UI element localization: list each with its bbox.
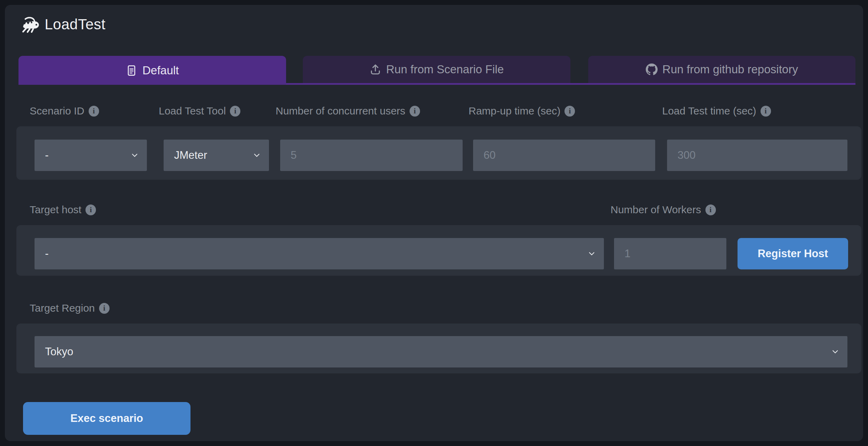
- scenario-id-select[interactable]: -: [35, 140, 147, 171]
- tab-run-from-scenario-file[interactable]: Run from Scenario File: [303, 56, 570, 83]
- target-region-select[interactable]: Tokyo: [35, 336, 847, 367]
- info-icon[interactable]: i: [410, 106, 420, 117]
- info-icon[interactable]: i: [230, 106, 240, 117]
- tab-default[interactable]: Default: [18, 56, 286, 85]
- upload-icon: [369, 64, 381, 75]
- target-region-label: Target Region i: [30, 302, 110, 314]
- github-icon: [646, 64, 658, 75]
- target-host-label-text: Target host: [30, 204, 81, 216]
- scenario-id-label-text: Scenario ID: [30, 105, 84, 117]
- workers-label: Number of Workers i: [611, 204, 716, 216]
- workers-label-text: Number of Workers: [611, 204, 701, 216]
- register-host-button[interactable]: Register Host: [738, 238, 848, 269]
- tab-run-from-github[interactable]: Run from github repository: [588, 56, 855, 83]
- tab-default-label: Default: [142, 64, 179, 77]
- file-document-icon: [126, 65, 137, 76]
- info-icon[interactable]: i: [89, 106, 99, 117]
- exec-scenario-button[interactable]: Exec scenario: [23, 402, 190, 435]
- scenario-id-value: -: [45, 149, 48, 162]
- ramp-up-time-input[interactable]: [473, 140, 655, 171]
- tab-bar: Default Run from Scenario File Run from …: [18, 56, 855, 85]
- app-title: LoadTest: [45, 16, 105, 33]
- tab-scenario-file-label: Run from Scenario File: [386, 63, 504, 76]
- app-brand: LoadTest: [20, 15, 105, 34]
- chevron-down-icon: [130, 151, 139, 160]
- info-icon[interactable]: i: [99, 303, 110, 314]
- info-icon[interactable]: i: [705, 205, 716, 215]
- load-test-tool-label: Load Test Tool i: [159, 105, 240, 117]
- concurrent-users-input[interactable]: [280, 140, 463, 171]
- load-test-tool-label-text: Load Test Tool: [159, 105, 226, 117]
- target-host-label: Target host i: [30, 204, 96, 216]
- tab-github-label: Run from github repository: [663, 63, 798, 76]
- target-host-value: -: [45, 247, 48, 260]
- target-region-value: Tokyo: [45, 345, 73, 358]
- ramp-up-time-label: Ramp-up time (sec) i: [469, 105, 575, 117]
- load-test-tool-select[interactable]: JMeter: [164, 140, 269, 171]
- info-icon[interactable]: i: [564, 106, 575, 117]
- workers-input[interactable]: [614, 238, 726, 269]
- load-test-time-label-text: Load Test time (sec): [662, 105, 756, 117]
- info-icon[interactable]: i: [761, 106, 771, 117]
- chevron-down-icon: [831, 347, 840, 356]
- target-region-label-text: Target Region: [30, 302, 95, 314]
- load-test-tool-value: JMeter: [174, 149, 207, 162]
- ant-icon: [20, 15, 40, 34]
- target-region-panel: Tokyo: [16, 324, 861, 373]
- main-card: LoadTest Default: [5, 5, 863, 441]
- info-icon[interactable]: i: [85, 205, 96, 215]
- target-host-select[interactable]: -: [35, 238, 604, 269]
- ramp-up-time-label-text: Ramp-up time (sec): [469, 105, 560, 117]
- load-test-time-label: Load Test time (sec) i: [662, 105, 771, 117]
- scenario-id-label: Scenario ID i: [30, 105, 99, 117]
- scenario-settings-panel: - JMeter: [16, 126, 861, 180]
- chevron-down-icon: [587, 249, 596, 258]
- chevron-down-icon: [252, 151, 261, 160]
- load-test-time-input[interactable]: [667, 140, 847, 171]
- target-host-panel: - Register Host: [16, 225, 861, 276]
- concurrent-users-label-text: Number of concurrent users: [276, 105, 405, 117]
- concurrent-users-label: Number of concurrent users i: [276, 105, 420, 117]
